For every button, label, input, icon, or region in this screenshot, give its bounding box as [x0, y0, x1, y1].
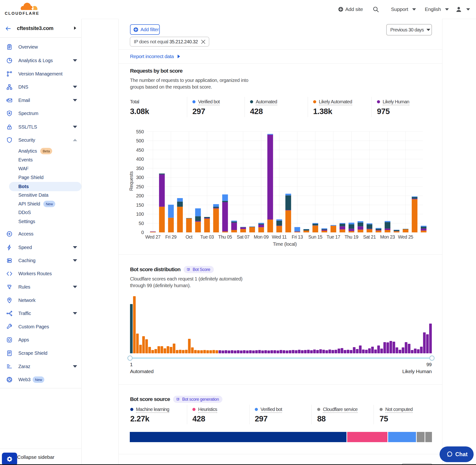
svg-text:250: 250 [136, 184, 144, 189]
svg-text:350: 350 [136, 166, 144, 171]
svg-text:CLOUDFLARE: CLOUDFLARE [5, 11, 40, 16]
svg-text:200: 200 [136, 193, 144, 198]
svg-text:Mon 23: Mon 23 [380, 234, 395, 240]
svg-text:Thu 19: Thu 19 [345, 234, 358, 240]
svg-text:Fri 29: Fri 29 [165, 234, 176, 240]
svg-text:Wed 27: Wed 27 [145, 234, 160, 240]
svg-text:Sat 21: Sat 21 [363, 234, 376, 240]
svg-text:100: 100 [136, 211, 144, 217]
svg-text:Time (local): Time (local) [273, 242, 297, 247]
svg-text:0: 0 [141, 230, 144, 235]
svg-text:550: 550 [136, 129, 144, 134]
svg-text:450: 450 [136, 147, 144, 153]
svg-text:Oct: Oct [186, 234, 193, 240]
svg-text:Sat 07: Sat 07 [237, 234, 249, 240]
svg-text:Requests: Requests [128, 171, 134, 191]
svg-text:Mon 09: Mon 09 [254, 234, 269, 240]
svg-text:Wed 25: Wed 25 [398, 234, 413, 240]
svg-text:Wed 11: Wed 11 [272, 234, 286, 240]
svg-text:400: 400 [136, 157, 144, 162]
svg-text:150: 150 [136, 202, 144, 208]
svg-text:Thu 05: Thu 05 [218, 234, 232, 240]
svg-text:300: 300 [136, 175, 144, 180]
svg-text:Tue 17: Tue 17 [327, 234, 340, 240]
svg-text:Sun 15: Sun 15 [308, 234, 322, 240]
svg-text:500: 500 [136, 138, 144, 143]
svg-text:50: 50 [138, 221, 144, 226]
svg-text:Tue 03: Tue 03 [200, 234, 214, 240]
svg-text:Fri 13: Fri 13 [292, 234, 303, 240]
